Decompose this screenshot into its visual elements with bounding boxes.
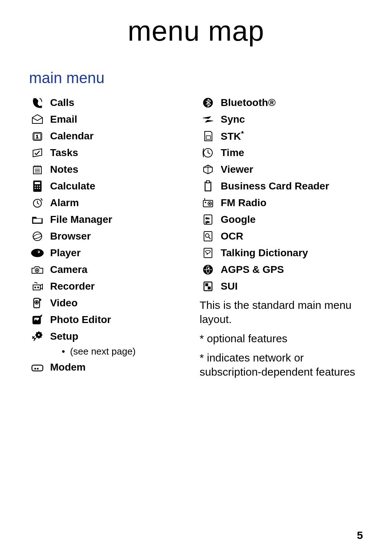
agps-icon [200, 263, 216, 276]
menu-item-label: Calls [50, 97, 74, 109]
menu-item-label: Camera [50, 264, 87, 275]
menu-item-label: Business Card Reader [221, 180, 329, 192]
menu-item-label: File Manager [50, 214, 112, 225]
menu-item: Tasks [29, 146, 192, 159]
tasks-icon [29, 146, 46, 159]
menu-item-label: Photo Editor [50, 314, 111, 326]
photoeditor-icon [29, 313, 46, 326]
svg-point-47 [205, 234, 209, 237]
menu-item: FM Radio [200, 196, 363, 209]
svg-point-25 [36, 302, 38, 303]
section-title: main menu [29, 69, 363, 87]
menu-item-label: Player [50, 247, 81, 259]
svg-rect-35 [206, 136, 211, 139]
svg-rect-8 [39, 185, 40, 187]
svg-text:1: 1 [36, 134, 38, 139]
svg-point-41 [209, 203, 211, 204]
businesscard-icon [200, 180, 216, 193]
calls-icon [29, 96, 46, 109]
svg-point-19 [36, 270, 38, 271]
menu-item-label: Alarm [50, 197, 79, 209]
menu-item: GogleGoogle [200, 213, 363, 226]
sui-icon [200, 280, 216, 293]
svg-rect-6 [34, 185, 36, 187]
svg-point-42 [205, 202, 206, 203]
svg-rect-20 [33, 285, 40, 290]
left-column: CallsEmail1CalendarTasksNotesCalculateAl… [29, 93, 192, 384]
viewer-icon [200, 163, 216, 176]
menu-item-label: AGPS & GPS [221, 264, 284, 275]
browser-icon [29, 230, 46, 243]
menu-item-label: Setup [50, 331, 78, 342]
setup-icon [29, 330, 46, 343]
fmradio-icon [200, 196, 216, 209]
menu-item-label: Google [221, 214, 256, 225]
menu-item-label: Email [50, 114, 77, 125]
menu-item: AGPS & GPS [200, 263, 363, 276]
menu-item-label: Video [50, 297, 78, 309]
svg-rect-7 [37, 185, 38, 187]
recorder-icon [29, 280, 46, 293]
menu-item-label: OCR [221, 230, 243, 242]
camera-icon [29, 263, 46, 276]
menu-item-label: Viewer [221, 164, 253, 175]
menu-item: Camera [29, 263, 192, 276]
menu-item: Calls [29, 96, 192, 109]
svg-rect-11 [39, 188, 40, 189]
footnote-marker: * [241, 130, 244, 138]
menu-item: Business Card Reader [200, 180, 363, 193]
menu-item-label: Bluetooth® [221, 97, 275, 109]
svg-point-22 [37, 287, 39, 288]
svg-rect-9 [34, 188, 36, 189]
svg-rect-37 [205, 182, 211, 191]
time-icon [200, 146, 216, 159]
page-title: menu map [29, 15, 363, 48]
menu-item-label: SUI [221, 281, 238, 292]
menu-item: Recorder [29, 280, 192, 293]
menu-item-label: Calculate [50, 180, 95, 192]
menu-item: Video [29, 297, 192, 310]
menu-item: OCR [200, 230, 363, 243]
svg-rect-38 [207, 181, 209, 183]
menu-item-label: Browser [50, 230, 91, 242]
google-icon: Gogle [200, 213, 216, 226]
svg-point-33 [37, 368, 38, 369]
menu-item-label: Tasks [50, 147, 78, 159]
right-column: Bluetooth®SyncSTK*TimeViewerBusiness Car… [200, 93, 363, 384]
menu-item: Viewer [200, 163, 363, 176]
video-icon [29, 297, 46, 310]
svg-rect-51 [205, 283, 208, 286]
menu-item: Alarm [29, 196, 192, 209]
menu-columns: CallsEmail1CalendarTasksNotesCalculateAl… [29, 93, 363, 384]
menu-item: Photo Editor [29, 313, 192, 326]
menu-item-label: STK* [221, 130, 244, 142]
notes-icon [29, 163, 46, 176]
filemanager-icon [29, 213, 46, 226]
menu-item: Notes [29, 163, 192, 176]
stk-icon [200, 130, 216, 143]
svg-point-32 [34, 368, 36, 369]
menu-item: Time [200, 146, 363, 159]
calendar-icon: 1 [29, 130, 46, 143]
menu-item-label: Time [221, 147, 244, 159]
svg-point-13 [33, 232, 42, 241]
svg-point-14 [33, 233, 42, 240]
player-icon: r [29, 246, 46, 259]
svg-rect-3 [33, 167, 41, 174]
ocr-icon [200, 230, 216, 243]
svg-point-30 [38, 334, 40, 336]
svg-point-21 [34, 287, 36, 288]
modem-icon [29, 361, 46, 374]
menu-item-label: Calendar [50, 130, 94, 142]
menu-item: Modem [29, 361, 192, 374]
menu-item: Bluetooth® [200, 96, 363, 109]
menu-item-label: Notes [50, 164, 78, 175]
svg-text:r: r [37, 250, 39, 254]
talkingdict-icon [200, 246, 216, 259]
sync-icon [200, 113, 216, 126]
svg-text:gle: gle [205, 220, 210, 224]
menu-item-label: Modem [50, 361, 86, 373]
email-icon [29, 113, 46, 126]
menu-item-label: Recorder [50, 281, 95, 292]
menu-item: STK* [200, 130, 363, 143]
